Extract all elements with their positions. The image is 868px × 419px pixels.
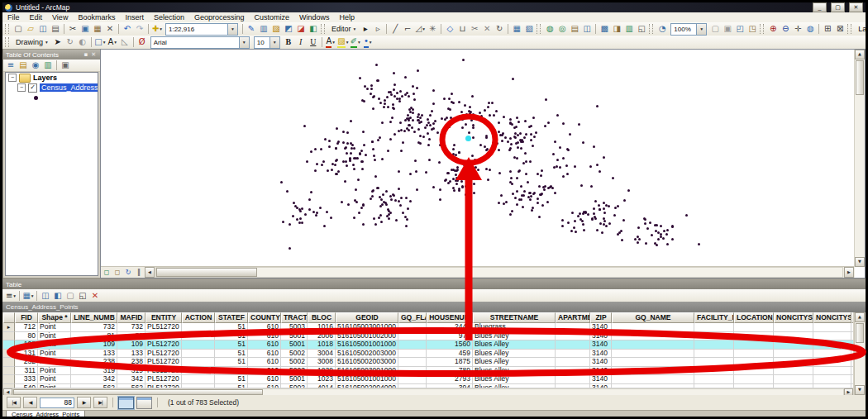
list-by-visibility-button[interactable]: ◉ [30, 60, 41, 71]
cell-geoid[interactable]: 516105001001000 [336, 375, 398, 384]
cell-housenum[interactable]: 2444 [427, 323, 473, 332]
cell-gq-fla[interactable] [398, 367, 427, 376]
edit-vertices-button[interactable]: ◇ [444, 24, 455, 35]
maximize-button[interactable]: ▢ [831, 2, 845, 12]
column-header-location[interactable]: LOCATION_ [734, 312, 774, 323]
marker-color-button[interactable]: •▾ [362, 37, 374, 48]
cell-fid[interactable]: 108 [15, 340, 38, 350]
open-map-button[interactable]: ▱ [25, 24, 36, 35]
cell-tract[interactable]: 5001 [281, 332, 308, 341]
row-selector[interactable] [3, 350, 15, 359]
fixed-zoom-out-button[interactable]: ⊠ [834, 24, 846, 35]
save-map-button[interactable]: ◫ [37, 24, 49, 35]
cell-gq-fla[interactable] [398, 375, 427, 384]
layout-view-button[interactable]: ◻ [112, 268, 122, 277]
cell-location[interactable] [734, 332, 774, 341]
cell-zip[interactable]: 3140 [590, 350, 612, 359]
reshape-feature-tool[interactable]: ⊔ [456, 24, 468, 35]
cell-location[interactable] [734, 340, 774, 350]
cell-mafid[interactable]: 109 [117, 340, 145, 350]
cell-tract[interactable]: 5001 [281, 375, 308, 384]
rotate-tool[interactable]: ↻ [494, 24, 505, 35]
straight-segment-tool[interactable]: ╱ [389, 24, 401, 35]
cell-bloc[interactable]: 3008 [308, 358, 336, 367]
dropdown-arrow-icon[interactable]: ▾ [31, 291, 34, 301]
menu-insert[interactable]: Insert [120, 12, 149, 22]
python-window-button[interactable]: ◧ [308, 24, 319, 35]
cell-action[interactable] [182, 358, 215, 367]
cell-countyf[interactable]: 610 [248, 375, 281, 384]
map-vscroll-thumb[interactable] [856, 60, 864, 95]
layer-node[interactable]: − ✓ Census_Address_Points [6, 83, 98, 93]
layer-expander-icon[interactable]: − [17, 83, 26, 92]
cell-m[interactable] [851, 332, 853, 341]
column-header-housenum[interactable]: HOUSENUM [427, 312, 473, 323]
font-symbol-icon[interactable]: Ø [136, 37, 148, 48]
cell-fid[interactable]: 311 [15, 367, 38, 376]
cell-bloc[interactable]: 1016 [308, 323, 336, 332]
cell-facility-n[interactable] [694, 350, 734, 359]
switch-selection-button[interactable]: ◧ [52, 290, 64, 301]
table-vscrollbar[interactable]: ▲ ▼ [854, 312, 865, 395]
table-vscroll-down-icon[interactable]: ▼ [855, 385, 865, 395]
cell-statef[interactable]: 51 [215, 323, 248, 332]
cell-gq-name[interactable] [612, 367, 694, 376]
cell-gq-fla[interactable] [398, 323, 427, 332]
minimize-button[interactable]: _ [813, 2, 827, 12]
layer-visibility-checkbox[interactable]: ✓ [28, 83, 37, 93]
drawing-toolbar-handle[interactable] [5, 37, 9, 47]
dropdown-arrow-icon[interactable]: ▾ [160, 24, 162, 34]
cell-bloc[interactable]: 1039 [308, 367, 336, 376]
cell-fid[interactable]: 232 [15, 358, 38, 367]
trace-tool[interactable]: ◿▾ [414, 24, 426, 35]
cell-shape[interactable]: Point [38, 358, 71, 367]
dropdown-arrow-icon[interactable]: ▾ [346, 37, 349, 47]
cell-housenum[interactable]: 2793 [427, 375, 473, 384]
cell-housenum[interactable]: 1560 [427, 340, 473, 350]
cell-facility-n[interactable] [694, 332, 734, 341]
dropdown-arrow-icon[interactable]: ▼ [227, 24, 237, 35]
dropdown-arrow-icon[interactable]: ▼ [239, 37, 249, 48]
table-vscroll-up-icon[interactable]: ▲ [855, 312, 865, 322]
cell-m[interactable] [851, 375, 853, 384]
versioning-icon-5[interactable]: ▩ [599, 24, 610, 35]
cell-noncityst[interactable] [774, 350, 813, 359]
column-header-noncitys[interactable]: NONCITYS_ [813, 312, 851, 323]
search-window-button[interactable]: ◩ [283, 24, 294, 35]
dropdown-arrow-icon[interactable]: ▼ [696, 24, 706, 35]
table-row[interactable]: 311Point319319PL512720516105003103951610… [3, 367, 853, 376]
labeling-menu[interactable]: Labeling▾ [855, 25, 866, 33]
cell-bloc[interactable]: 3004 [308, 350, 336, 359]
cell-geoid[interactable]: 516105003001000 [336, 323, 398, 332]
layout-toolbar-handle[interactable] [649, 24, 653, 34]
cell-apartme[interactable] [556, 332, 590, 341]
column-header-countyf[interactable]: COUNTYF [248, 312, 281, 323]
cell-line-numb[interactable]: 81 [71, 332, 117, 341]
cell-geoid[interactable]: 516105002003000 [336, 358, 398, 367]
column-header-gq-fla[interactable]: GQ_FLA [398, 312, 427, 323]
tools-toolbar-handle[interactable] [760, 24, 764, 34]
column-header-action[interactable]: ACTION [182, 312, 215, 323]
map-vscroll-up-icon[interactable]: ▲ [855, 50, 865, 60]
cell-tract[interactable]: 5001 [281, 340, 308, 350]
cell-entity[interactable]: PL512720 [145, 375, 182, 384]
edit-tool[interactable]: ▸ [360, 24, 371, 35]
toc-options-button[interactable]: ▣ [60, 60, 71, 71]
endpoint-arc-tool[interactable]: ⌐ [402, 24, 413, 35]
labeling-toolbar-handle[interactable] [847, 24, 851, 34]
column-header-streetname[interactable]: STREETNAME [473, 312, 556, 323]
standard-toolbar-handle[interactable] [5, 24, 9, 34]
table-row[interactable]: 333Point342342PL512720516105001102351610… [3, 375, 853, 384]
cell-zip[interactable]: 3140 [590, 367, 612, 376]
row-selector[interactable] [3, 375, 15, 384]
dropdown-arrow-icon[interactable]: ▾ [358, 37, 360, 47]
cell-shape[interactable]: Point [38, 340, 71, 350]
cell-gq-name[interactable] [612, 350, 694, 359]
menu-selection[interactable]: Selection [149, 12, 189, 22]
full-extent-button[interactable]: ◍ [804, 24, 816, 35]
font-family-combo[interactable]: Arial▼ [150, 36, 250, 49]
cell-mafid[interactable]: 319 [117, 367, 145, 376]
dropdown-arrow-icon[interactable]: ▾ [103, 37, 106, 47]
cell-gq-name[interactable] [612, 323, 694, 332]
column-header-facility-n[interactable]: FACILITY_N [694, 312, 734, 323]
